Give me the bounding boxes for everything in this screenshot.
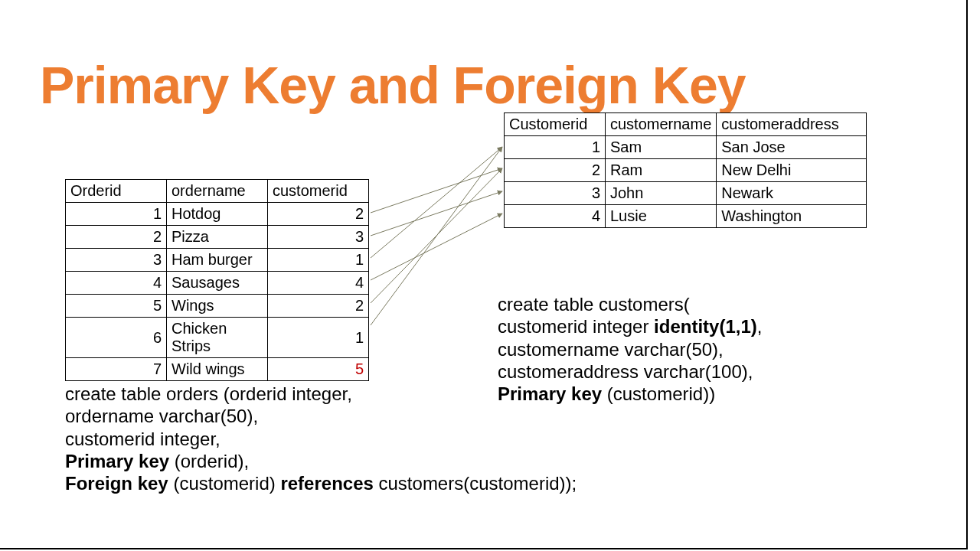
cell-customerid: 2: [268, 295, 369, 318]
sql-create-orders: create table orders (orderid integer, or…: [65, 383, 577, 494]
cell-customerid: 1: [268, 318, 369, 358]
cell-customerid: 1: [268, 249, 369, 272]
cell-customeraddress: Washington: [717, 205, 867, 228]
cell-customerid: 3: [268, 226, 369, 249]
svg-line-1: [371, 191, 502, 236]
cell-ordername: Ham burger: [167, 249, 268, 272]
svg-line-4: [371, 168, 502, 303]
orders-table: Orderid ordername customerid 1Hotdog22Pi…: [65, 179, 369, 381]
cell-customeraddress: San Jose: [717, 136, 867, 159]
cell-customerid: 2: [505, 159, 606, 182]
table-row: 4Sausages4: [66, 272, 369, 295]
svg-line-3: [371, 214, 502, 280]
cell-orderid: 6: [66, 318, 167, 358]
cell-ordername: Pizza: [167, 226, 268, 249]
slide: Primary Key and Foreign Key Customerid c…: [0, 0, 968, 549]
cell-orderid: 7: [66, 358, 167, 381]
cell-ordername: Hotdog: [167, 203, 268, 226]
table-row: 2RamNew Delhi: [505, 159, 867, 182]
table-row: 1Hotdog2: [66, 203, 369, 226]
cell-customerid: 4: [505, 205, 606, 228]
code-line: customername varchar(50),: [498, 338, 762, 360]
cell-customerid: 4: [268, 272, 369, 295]
code-line: customerid integer,: [65, 428, 577, 450]
code-line: customeraddress varchar(100),: [498, 360, 762, 383]
code-line: create table orders (orderid integer,: [65, 383, 577, 405]
col-customerid: Customerid: [505, 113, 606, 136]
code-line: customerid integer identity(1,1),: [498, 315, 762, 337]
cell-customerid: 1: [505, 136, 606, 159]
col-customeraddress: customeraddress: [717, 113, 867, 136]
cell-ordername: Wild wings: [167, 358, 268, 381]
cell-customeraddress: New Delhi: [717, 159, 867, 182]
cell-orderid: 1: [66, 203, 167, 226]
cell-customerid: 3: [505, 182, 606, 205]
col-customerid-fk: customerid: [268, 180, 369, 203]
cell-customername: Lusie: [606, 205, 717, 228]
svg-line-0: [371, 168, 502, 213]
cell-customerid: 5: [268, 358, 369, 381]
table-row: 3Ham burger1: [66, 249, 369, 272]
col-orderid: Orderid: [66, 180, 167, 203]
table-header-row: Orderid ordername customerid: [66, 180, 369, 203]
table-row: 2Pizza3: [66, 226, 369, 249]
code-line: Foreign key (customerid) references cust…: [65, 472, 577, 494]
col-customername: customername: [606, 113, 717, 136]
table-row: 4LusieWashington: [505, 205, 867, 228]
code-line: ordername varchar(50),: [65, 405, 577, 427]
page-title: Primary Key and Foreign Key: [40, 55, 746, 115]
svg-line-2: [371, 147, 502, 258]
cell-customerid: 2: [268, 203, 369, 226]
col-ordername: ordername: [167, 180, 268, 203]
table-row: 1SamSan Jose: [505, 136, 867, 159]
table-row: 5Wings2: [66, 295, 369, 318]
cell-customeraddress: Newark: [717, 182, 867, 205]
cell-orderid: 5: [66, 295, 167, 318]
cell-customername: Sam: [606, 136, 717, 159]
cell-orderid: 3: [66, 249, 167, 272]
customers-table: Customerid customername customeraddress …: [504, 112, 867, 228]
cell-orderid: 2: [66, 226, 167, 249]
cell-customername: John: [606, 182, 717, 205]
code-line: create table customers(: [498, 293, 762, 315]
cell-ordername: Wings: [167, 295, 268, 318]
table-row: 7Wild wings5: [66, 358, 369, 381]
cell-ordername: Chicken Strips: [167, 318, 268, 358]
cell-orderid: 4: [66, 272, 167, 295]
table-row: 6Chicken Strips1: [66, 318, 369, 358]
table-header-row: Customerid customername customeraddress: [505, 113, 867, 136]
table-row: 3JohnNewark: [505, 182, 867, 205]
cell-ordername: Sausages: [167, 272, 268, 295]
svg-line-5: [371, 147, 502, 325]
cell-customername: Ram: [606, 159, 717, 182]
code-line: Primary key (orderid),: [65, 450, 577, 472]
